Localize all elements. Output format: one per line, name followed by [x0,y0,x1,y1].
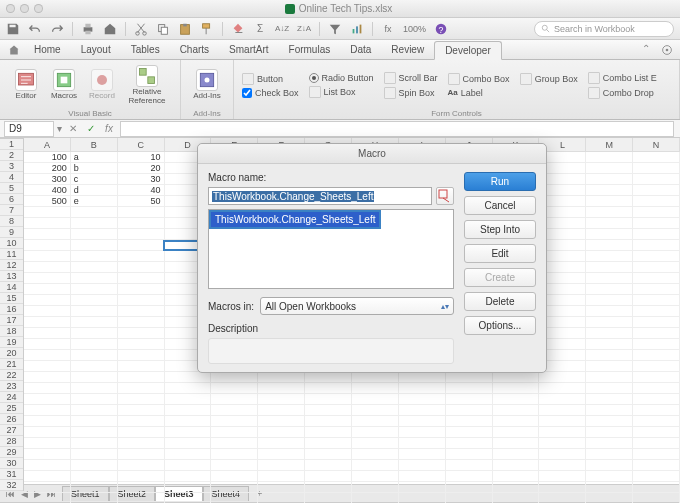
sort-desc-icon[interactable]: Z↓A [297,22,311,36]
print-icon[interactable] [81,22,95,36]
description-label: Description [208,323,454,334]
tab-layout[interactable]: Layout [71,41,121,58]
app-menu-icon[interactable] [8,44,20,56]
tab-home[interactable]: Home [24,41,71,58]
svg-rect-1 [85,23,90,27]
autosum-icon[interactable]: Σ [253,22,267,36]
ribbon-group-visual-basic: Editor Macros Record Relative Reference … [0,60,181,119]
format-painter-icon[interactable] [200,22,214,36]
svg-rect-10 [353,29,355,33]
reference-picker-icon[interactable] [436,187,454,205]
document-title: Online Tech Tips.xlsx [43,3,634,14]
form-listbox[interactable]: List Box [309,86,374,98]
description-box [208,338,454,364]
show-formula-icon[interactable]: fx [381,22,395,36]
svg-rect-8 [183,23,187,26]
ribbon-group-addins: Add-Ins Add-Ins [181,60,234,119]
ribbon-options-icon[interactable] [660,43,674,57]
ribbon-group-form-controls: Button Check Box Radio Button List Box S… [234,60,680,119]
formula-bar: D9 ▾ ✕ ✓ fx [0,120,680,138]
close-icon[interactable] [6,4,15,13]
cancel-formula-icon[interactable]: ✕ [66,122,80,136]
svg-rect-11 [356,26,358,33]
form-scrollbar[interactable]: Scroll Bar [384,72,438,84]
svg-point-24 [205,78,210,83]
tab-developer[interactable]: Developer [434,41,502,60]
collapse-ribbon-icon[interactable]: ⌃ [642,43,656,57]
filter-icon[interactable] [328,22,342,36]
form-combo-edit[interactable]: Combo List E [588,72,657,84]
fx-icon[interactable]: fx [102,122,116,136]
clear-icon[interactable] [231,22,245,36]
relative-reference-button[interactable]: Relative Reference [122,63,172,107]
form-combo-drop[interactable]: Combo Drop [588,87,657,99]
macro-dialog: Macro Macro name: ThisWorkbook.Change_Sh… [197,143,547,373]
macro-list-item[interactable]: ThisWorkbook.Change_Sheets_Right [209,210,453,225]
svg-rect-2 [85,30,90,34]
form-spinbox[interactable]: Spin Box [384,87,438,99]
svg-rect-12 [360,24,362,33]
search-input[interactable]: Search in Workbook [534,21,674,37]
svg-rect-22 [148,77,155,84]
tab-data[interactable]: Data [340,41,381,58]
dialog-title: Macro [198,144,546,164]
svg-text:?: ? [439,24,444,34]
record-button[interactable]: Record [84,67,120,102]
delete-button[interactable]: Delete [464,292,536,311]
macro-name-input[interactable]: ThisWorkbook.Change_Sheets_Left [208,187,432,205]
save-icon[interactable] [6,22,20,36]
svg-rect-9 [203,23,210,27]
quick-access-toolbar: Σ A↓Z Z↓A fx 100% ? Search in Workbook [0,18,680,40]
tab-smartart[interactable]: SmartArt [219,41,278,58]
svg-point-17 [666,48,669,51]
copy-icon[interactable] [156,22,170,36]
minimize-icon[interactable] [20,4,29,13]
form-button[interactable]: Button [242,73,299,85]
macro-list[interactable]: ThisWorkbook.Change_Sheets_LeftThisWorkb… [208,209,454,289]
undo-icon[interactable] [28,22,42,36]
svg-rect-6 [161,27,167,34]
svg-point-20 [97,75,107,85]
form-groupbox[interactable]: Group Box [520,73,578,85]
options-button[interactable]: Options... [464,316,536,335]
window-controls [6,4,43,13]
macros-in-label: Macros in: [208,301,254,312]
ribbon-tabs: Home Layout Tables Charts SmartArt Formu… [0,40,680,60]
tab-review[interactable]: Review [381,41,434,58]
form-checkbox[interactable]: Check Box [242,88,299,98]
sort-asc-icon[interactable]: A↓Z [275,22,289,36]
step-into-button[interactable]: Step Into [464,220,536,239]
zoom-label[interactable]: 100% [403,22,426,36]
svg-point-15 [542,25,547,30]
macros-button[interactable]: Macros [46,67,82,102]
enter-formula-icon[interactable]: ✓ [84,122,98,136]
paste-icon[interactable] [178,22,192,36]
run-button[interactable]: Run [464,172,536,191]
zoom-icon[interactable] [34,4,43,13]
namebox-dropdown-icon[interactable]: ▾ [54,123,64,134]
redo-icon[interactable] [50,22,64,36]
svg-rect-25 [439,190,447,198]
cut-icon[interactable] [134,22,148,36]
form-combobox[interactable]: Combo Box [448,73,510,85]
form-radio[interactable]: Radio Button [309,73,374,83]
tab-tables[interactable]: Tables [121,41,170,58]
form-label[interactable]: AaLabel [448,88,510,98]
chart-icon[interactable] [350,22,364,36]
cancel-button[interactable]: Cancel [464,196,536,215]
addins-button[interactable]: Add-Ins [189,67,225,102]
create-button: Create [464,268,536,287]
editor-button[interactable]: Editor [8,67,44,102]
help-icon[interactable]: ? [434,22,448,36]
tab-charts[interactable]: Charts [170,41,219,58]
macro-name-label: Macro name: [208,172,454,183]
macros-in-select[interactable]: All Open Workbooks▴▾ [260,297,454,315]
window-titlebar: Online Tech Tips.xlsx [0,0,680,18]
row-headers[interactable]: 1234567891011121314151617181920212223242… [0,139,24,491]
name-box[interactable]: D9 [4,121,54,137]
home-icon[interactable] [103,22,117,36]
formula-input[interactable] [120,121,674,137]
tab-formulas[interactable]: Formulas [279,41,341,58]
edit-button[interactable]: Edit [464,244,536,263]
excel-icon [285,4,295,14]
